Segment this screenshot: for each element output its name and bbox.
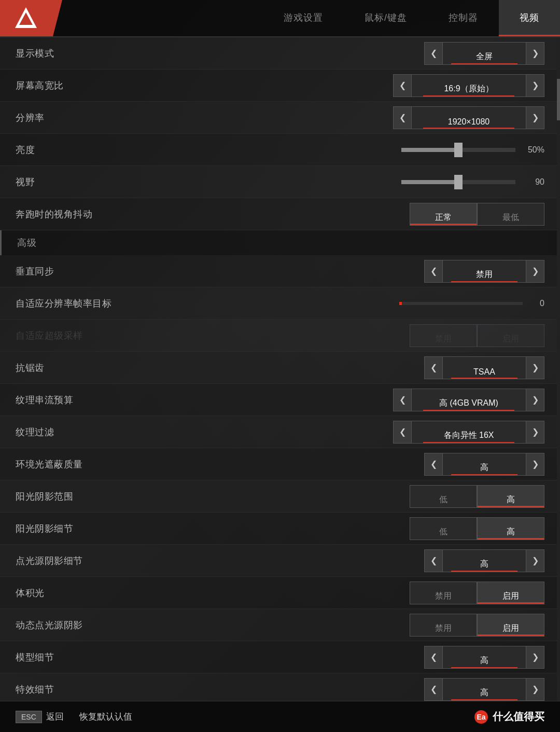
label-texture-filter: 纹理过滤 [16, 426, 393, 438]
nav-tabs: 游戏设置 鼠标/键盘 控制器 视频 [62, 0, 560, 36]
selector-effects-detail: ❮ 高 ❯ [424, 678, 544, 701]
restore-label[interactable]: 恢复默认认值 [79, 711, 132, 723]
value-antialiasing: TSAA [443, 356, 526, 379]
toggle-volumetric-lighting: 禁用 启用 [410, 582, 544, 604]
fov-thumb[interactable] [454, 175, 463, 189]
arrow-right-model[interactable]: ❯ [526, 646, 544, 669]
toggle-ssc-low[interactable]: 低 [410, 485, 477, 508]
arrow-left-tex-budget[interactable]: ❮ [393, 389, 412, 411]
label-display-mode: 显示模式 [16, 47, 424, 60]
setting-sun-shadow-detail: 阳光阴影细节 低 高 [0, 513, 560, 545]
arrow-right-effects[interactable]: ❯ [526, 678, 544, 701]
selector-spot-shadow: ❮ 高 ❯ [424, 549, 544, 572]
setting-head-bob: 奔跑时的视角抖动 正常 最低 [0, 198, 560, 230]
setting-aspect-ratio: 屏幕高宽比 ❮ 16:9（原始） ❯ [0, 70, 560, 102]
arrow-right-vsync[interactable]: ❯ [526, 260, 544, 283]
label-sun-shadow-detail: 阳光阴影细节 [16, 522, 410, 535]
selector-vsync: ❮ 禁用 ❯ [424, 260, 544, 283]
toggle-vol-on[interactable]: 启用 [477, 582, 544, 604]
section-advanced: 高级 [0, 230, 560, 255]
fov-track[interactable] [401, 180, 515, 184]
value-effects-detail: 高 [443, 678, 526, 701]
selector-antialiasing: ❮ TSAA ❯ [424, 356, 544, 379]
brightness-fill [401, 148, 458, 152]
label-aspect-ratio: 屏幕高宽比 [16, 79, 393, 92]
brightness-track[interactable] [401, 148, 515, 152]
selector-texture-budget: ❮ 高 (4GB VRAM) ❯ [393, 389, 544, 411]
arrow-right-aspect[interactable]: ❯ [526, 74, 544, 97]
arrow-left-effects[interactable]: ❮ [424, 678, 443, 701]
arrow-right-resolution[interactable]: ❯ [526, 106, 544, 129]
scrollbar-thumb[interactable] [557, 79, 560, 120]
arrow-left-spot[interactable]: ❮ [424, 549, 443, 572]
toggle-sun-shadow-detail: 低 高 [410, 517, 544, 540]
setting-adaptive-res: 自适应分辨率帧率目标 0 [0, 287, 560, 320]
arrow-left-resolution[interactable]: ❮ [393, 106, 412, 129]
arrow-right-tex-budget[interactable]: ❯ [526, 389, 544, 411]
label-adaptive-super: 自适应超级采样 [16, 329, 410, 342]
arrow-left-aa[interactable]: ❮ [424, 356, 443, 379]
selector-display-mode: ❮ 全屏 ❯ [424, 42, 544, 65]
arrow-right-aa[interactable]: ❯ [526, 356, 544, 379]
setting-antialiasing: 抗锯齿 ❮ TSAA ❯ [0, 352, 560, 384]
toggle-head-bob-min[interactable]: 最低 [477, 203, 544, 226]
selector-resolution: ❮ 1920×1080 ❯ [393, 106, 544, 129]
toggle-dss-off[interactable]: 禁用 [410, 614, 477, 637]
setting-spot-shadow: 点光源阴影细节 ❮ 高 ❯ [0, 545, 560, 577]
brightness-thumb[interactable] [454, 143, 463, 157]
value-display-mode: 全屏 [443, 42, 526, 65]
brand-icon: Ea [474, 710, 488, 724]
setting-brightness: 亮度 50% [0, 134, 560, 166]
esc-badge: ESC [16, 711, 42, 723]
tab-mouse[interactable]: 鼠标/键盘 [344, 0, 428, 36]
setting-dynamic-spot-shadow: 动态点光源阴影 禁用 启用 [0, 609, 560, 641]
selector-model-detail: ❮ 高 ❯ [424, 646, 544, 669]
arrow-right-spot[interactable]: ❯ [526, 549, 544, 572]
fov-value: 90 [524, 177, 544, 187]
setting-effects-detail: 特效细节 ❮ 高 ❯ [0, 673, 560, 701]
esc-back-group: ESC 返回 [16, 711, 64, 723]
setting-adaptive-super: 自适应超级采样 禁用 启用 [0, 320, 560, 352]
label-resolution: 分辨率 [16, 112, 393, 124]
logo-area [0, 0, 62, 36]
toggle-vol-off[interactable]: 禁用 [410, 582, 477, 604]
selector-aspect-ratio: ❮ 16:9（原始） ❯ [393, 74, 544, 97]
slider-fov: 90 [401, 177, 544, 187]
setting-vsync: 垂直同步 ❮ 禁用 ❯ [0, 255, 560, 287]
selector-ambient-occlusion: ❮ 高 ❯ [424, 453, 544, 476]
arrow-left-aspect[interactable]: ❮ [393, 74, 412, 97]
arrow-right-display[interactable]: ❯ [526, 42, 544, 65]
value-vsync: 禁用 [443, 260, 526, 283]
header: 游戏设置 鼠标/键盘 控制器 视频 [0, 0, 560, 37]
toggle-ssd-low[interactable]: 低 [410, 517, 477, 540]
fov-fill [401, 180, 458, 184]
arrow-left-ao[interactable]: ❮ [424, 453, 443, 476]
arrow-left-model[interactable]: ❮ [424, 646, 443, 669]
arrow-right-tex-filter[interactable]: ❯ [526, 421, 544, 444]
tab-video[interactable]: 视频 [499, 0, 560, 36]
adaptive-res-fill [399, 302, 402, 305]
value-model-detail: 高 [443, 646, 526, 669]
label-head-bob: 奔跑时的视角抖动 [16, 208, 410, 220]
toggle-head-bob-normal[interactable]: 正常 [410, 203, 477, 226]
tab-controller[interactable]: 控制器 [428, 0, 499, 36]
toggle-dss-on[interactable]: 启用 [477, 614, 544, 637]
setting-texture-filter: 纹理过滤 ❮ 各向异性 16X ❯ [0, 416, 560, 448]
slider-brightness: 50% [401, 145, 544, 155]
brand-name: 什么值得买 [493, 710, 544, 724]
value-spot-shadow: 高 [443, 549, 526, 572]
adaptive-res-track[interactable] [399, 302, 523, 305]
toggle-ssc-high[interactable]: 高 [477, 485, 544, 508]
arrow-left-vsync[interactable]: ❮ [424, 260, 443, 283]
toggle-ssd-high[interactable]: 高 [477, 517, 544, 540]
tab-game[interactable]: 游戏设置 [263, 0, 344, 36]
arrow-left-display[interactable]: ❮ [424, 42, 443, 65]
footer-left: ESC 返回 恢复默认认值 [16, 711, 132, 723]
label-sun-shadow-coverage: 阳光阴影范围 [16, 490, 410, 503]
arrow-right-ao[interactable]: ❯ [526, 453, 544, 476]
back-label: 返回 [46, 711, 64, 723]
arrow-left-tex-filter[interactable]: ❮ [393, 421, 412, 444]
toggle-adaptive-super-off: 禁用 [410, 324, 477, 347]
scrollbar[interactable] [557, 37, 560, 701]
value-texture-filter: 各向异性 16X [412, 421, 526, 444]
